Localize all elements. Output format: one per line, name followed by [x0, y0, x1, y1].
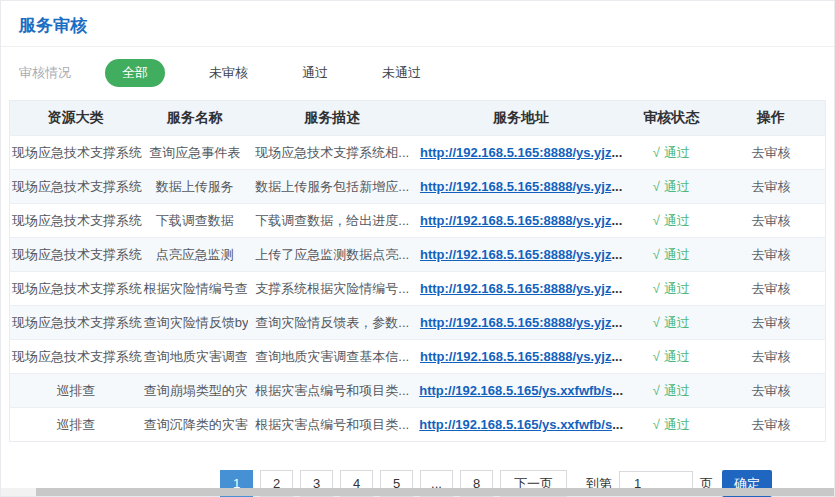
- service-name-cell: 数据上传服务: [142, 170, 248, 204]
- url-ellipsis: ...: [611, 349, 622, 364]
- filter-tab-1[interactable]: 未审核: [199, 59, 258, 87]
- service-url-cell: http://192.168.5.165:8888/ys.yjz...: [417, 306, 626, 340]
- filter-tab-0[interactable]: 全部: [105, 59, 165, 87]
- url-ellipsis: ...: [611, 281, 622, 296]
- service-url-link[interactable]: http://192.168.5.165:8888/ys.yjz: [420, 213, 612, 228]
- url-ellipsis: ...: [611, 145, 622, 160]
- status-label: 通过: [664, 349, 690, 364]
- action-cell: 去审核: [717, 238, 826, 272]
- status-label: 通过: [664, 213, 690, 228]
- service-desc-cell: 下载调查数据，给出进度...: [248, 204, 417, 238]
- category-cell: 现场应急技术支撑系统: [10, 272, 142, 306]
- scrollbar-thumb[interactable]: [36, 488, 834, 496]
- category-cell: 现场应急技术支撑系统: [10, 238, 142, 272]
- table-row: 现场应急技术支撑系统 点亮应急监测 上传了应急监测数据点亮... http://…: [10, 238, 826, 272]
- service-desc-cell: 查询地质灾害调查基本信...: [248, 340, 417, 374]
- service-name-cell: 查询灾险情反馈byZ...: [142, 306, 248, 340]
- service-url-link[interactable]: http://192.168.5.165:8888/ys.yjz: [420, 179, 612, 194]
- status-badge: √通过: [653, 281, 690, 296]
- review-action-link[interactable]: 去审核: [751, 213, 790, 228]
- status-badge: √通过: [653, 247, 690, 262]
- status-badge: √通过: [653, 145, 690, 160]
- action-cell: 去审核: [717, 340, 826, 374]
- column-header: 操作: [717, 101, 826, 136]
- check-icon: √: [653, 383, 660, 398]
- action-cell: 去审核: [717, 136, 826, 170]
- review-action-link[interactable]: 去审核: [751, 145, 790, 160]
- status-label: 通过: [664, 247, 690, 262]
- service-url-cell: http://192.168.5.165/ys.xxfwfb/s...: [417, 374, 626, 408]
- url-ellipsis: ...: [611, 247, 622, 262]
- service-url-link[interactable]: http://192.168.5.165/ys.xxfwfb/s: [419, 417, 612, 432]
- status-cell: √通过: [626, 340, 717, 374]
- service-name-cell: 查询沉降类的灾害点...: [142, 408, 248, 442]
- category-cell: 现场应急技术支撑系统: [10, 170, 142, 204]
- review-action-link[interactable]: 去审核: [751, 281, 790, 296]
- service-name-cell: 下载调查数据: [142, 204, 248, 238]
- page-title: 服务审核: [1, 1, 834, 46]
- review-action-link[interactable]: 去审核: [751, 247, 790, 262]
- filter-tab-2[interactable]: 通过: [292, 59, 338, 87]
- service-url-cell: http://192.168.5.165:8888/ys.yjz...: [417, 204, 626, 238]
- status-cell: √通过: [626, 238, 717, 272]
- service-name-cell: 查询地质灾害调查基...: [142, 340, 248, 374]
- check-icon: √: [653, 417, 660, 432]
- action-cell: 去审核: [717, 204, 826, 238]
- table-row: 巡排查 查询沉降类的灾害点... 根据灾害点编号和项目类... http://1…: [10, 408, 826, 442]
- service-url-cell: http://192.168.5.165:8888/ys.yjz...: [417, 272, 626, 306]
- service-url-link[interactable]: http://192.168.5.165:8888/ys.yjz: [420, 315, 612, 330]
- table-row: 现场应急技术支撑系统 查询灾险情反馈byZ... 查询灾险情反馈表，参数... …: [10, 306, 826, 340]
- service-desc-cell: 数据上传服务包括新增应...: [248, 170, 417, 204]
- service-url-link[interactable]: http://192.168.5.165:8888/ys.yjz: [420, 247, 612, 262]
- service-name-cell: 点亮应急监测: [142, 238, 248, 272]
- url-ellipsis: ...: [611, 315, 622, 330]
- status-cell: √通过: [626, 408, 717, 442]
- action-cell: 去审核: [717, 272, 826, 306]
- category-cell: 现场应急技术支撑系统: [10, 204, 142, 238]
- category-cell: 现场应急技术支撑系统: [10, 340, 142, 374]
- service-desc-cell: 根据灾害点编号和项目类...: [248, 408, 417, 442]
- table-row: 巡排查 查询崩塌类型的灾害... 根据灾害点编号和项目类... http://1…: [10, 374, 826, 408]
- category-cell: 巡排查: [10, 374, 142, 408]
- filter-tabs: 全部未审核通过未通过: [105, 59, 431, 87]
- service-url-cell: http://192.168.5.165:8888/ys.yjz...: [417, 238, 626, 272]
- check-icon: √: [653, 349, 660, 364]
- review-action-link[interactable]: 去审核: [751, 417, 790, 432]
- filter-label: 审核情况: [19, 64, 71, 82]
- service-name-cell: 查询应急事件表: [142, 136, 248, 170]
- review-action-link[interactable]: 去审核: [751, 315, 790, 330]
- table-body: 现场应急技术支撑系统 查询应急事件表 现场应急技术支撑系统相... http:/…: [10, 136, 826, 442]
- service-url-link[interactable]: http://192.168.5.165/ys.xxfwfb/s: [419, 383, 612, 398]
- status-label: 通过: [664, 145, 690, 160]
- status-label: 通过: [664, 281, 690, 296]
- review-action-link[interactable]: 去审核: [751, 179, 790, 194]
- service-desc-cell: 查询灾险情反馈表，参数...: [248, 306, 417, 340]
- service-url-cell: http://192.168.5.165:8888/ys.yjz...: [417, 340, 626, 374]
- review-action-link[interactable]: 去审核: [751, 383, 790, 398]
- column-header: 服务地址: [417, 101, 626, 136]
- category-cell: 巡排查: [10, 408, 142, 442]
- filter-tab-3[interactable]: 未通过: [372, 59, 431, 87]
- service-url-link[interactable]: http://192.168.5.165:8888/ys.yjz: [420, 281, 612, 296]
- table-row: 现场应急技术支撑系统 查询应急事件表 现场应急技术支撑系统相... http:/…: [10, 136, 826, 170]
- status-badge: √通过: [653, 315, 690, 330]
- column-header: 审核状态: [626, 101, 717, 136]
- column-header: 服务名称: [142, 101, 248, 136]
- filter-row: 审核情况 全部未审核通过未通过: [1, 47, 834, 98]
- url-ellipsis: ...: [612, 383, 623, 398]
- url-ellipsis: ...: [611, 179, 622, 194]
- service-url-cell: http://192.168.5.165:8888/ys.yjz...: [417, 136, 626, 170]
- category-cell: 现场应急技术支撑系统: [10, 306, 142, 340]
- column-header: 服务描述: [248, 101, 417, 136]
- service-url-link[interactable]: http://192.168.5.165:8888/ys.yjz: [420, 349, 612, 364]
- status-label: 通过: [664, 315, 690, 330]
- check-icon: √: [653, 281, 660, 296]
- service-desc-cell: 上传了应急监测数据点亮...: [248, 238, 417, 272]
- status-badge: √通过: [653, 383, 690, 398]
- horizontal-scrollbar[interactable]: [1, 488, 834, 496]
- service-desc-cell: 支撑系统根据灾险情编号...: [248, 272, 417, 306]
- status-cell: √通过: [626, 374, 717, 408]
- review-action-link[interactable]: 去审核: [751, 349, 790, 364]
- url-ellipsis: ...: [611, 213, 622, 228]
- service-url-link[interactable]: http://192.168.5.165:8888/ys.yjz: [420, 145, 612, 160]
